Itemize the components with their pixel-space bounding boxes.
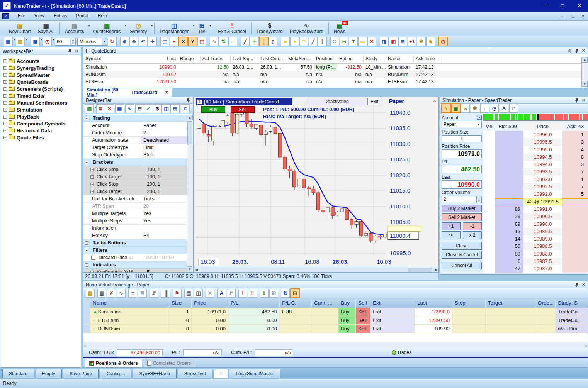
positions-chart-icon[interactable]: ▥	[98, 289, 106, 297]
column-block-icon[interactable]: ▐	[161, 289, 170, 297]
me-cell[interactable]	[483, 183, 495, 190]
chart-line-icon[interactable]: ∿	[210, 37, 218, 46]
quoteboard-row-ftsesim[interactable]: FTSEsim12091.50n/an/an/an/an/an/an/aFTSE…	[83, 78, 588, 86]
designer-chart-icon[interactable]: ▨	[85, 105, 93, 113]
property-value[interactable]: 200, 1	[144, 181, 187, 188]
section-tactic-buttons[interactable]: +Tactic Buttons	[83, 239, 187, 247]
cancel-one-icon[interactable]: !	[239, 289, 247, 297]
collapse-icon[interactable]: −	[85, 249, 88, 252]
ladder-bid-row[interactable]: 4710987.0	[483, 265, 588, 272]
ask-size-cell[interactable]: 4	[562, 146, 588, 153]
resize-icon[interactable]: ⇵	[150, 289, 158, 297]
bid-cell[interactable]	[495, 146, 523, 153]
cursor-info-icon[interactable]: I*	[227, 289, 235, 297]
scroll-up-icon[interactable]: ▲	[187, 115, 193, 120]
signal-marks-icon[interactable]: ∷	[331, 37, 339, 46]
property-automation-state[interactable]: Automation stateDeactivated	[83, 137, 187, 144]
column-header-range[interactable]: Range	[178, 54, 201, 63]
dropdown-arrow-icon[interactable]: ▾	[14, 38, 15, 41]
page-button-syn-se-nano[interactable]: Syn+SE+Nano	[133, 369, 176, 378]
add-row-icon[interactable]: ⊞	[270, 289, 278, 297]
position-row-bundsim[interactable]: ◦ BUNDsim00.000.00BuySellExit109.92n/a -…	[83, 325, 588, 333]
property-multiple-targets[interactable]: Multiple TargetsYes	[83, 210, 187, 217]
sell-button[interactable]: Sell	[356, 325, 370, 333]
tab-close-icon[interactable]: ✕	[165, 90, 168, 95]
scroll-down-icon[interactable]: ▼	[582, 81, 588, 87]
pin-icon[interactable]	[68, 49, 72, 54]
bid-cell[interactable]	[495, 153, 523, 161]
ladder-display-icon[interactable]: ▣	[452, 104, 460, 112]
close-icon[interactable]: ✕	[582, 48, 585, 53]
flash-icon[interactable]: ϟ	[442, 104, 450, 112]
expand-icon[interactable]: +	[3, 129, 7, 132]
collapse-icon[interactable]: +	[85, 241, 88, 245]
save-icon[interactable]: ▦	[4, 37, 12, 46]
column-header-exit[interactable]: Exit	[370, 298, 415, 308]
ask-size-cell[interactable]: 3	[562, 138, 588, 146]
property-value[interactable]: Stop	[141, 151, 187, 158]
bid-cell[interactable]	[495, 176, 523, 183]
buy-button[interactable]: Buy	[338, 308, 356, 316]
minus-one-button[interactable]: -1	[463, 222, 482, 230]
open-icon[interactable]: ▧	[16, 37, 24, 46]
pin-icon[interactable]	[575, 49, 579, 53]
table-icon[interactable]: ⊞	[171, 105, 179, 113]
tree-item-playback[interactable]: +PlayBack	[0, 113, 81, 120]
tree-item-compound-symbols[interactable]: +Compound Symbols	[0, 120, 81, 127]
column-header-name[interactable]: Name	[90, 298, 169, 308]
ladder-bid-row[interactable]: 5610988.5	[483, 242, 588, 250]
exit-button[interactable]: Exit	[367, 98, 381, 105]
book-icon[interactable]: ◫	[194, 289, 202, 297]
ask-size-cell[interactable]: 1	[562, 131, 588, 138]
plus-one-icon[interactable]: +1	[408, 37, 416, 46]
ladder-ask-row[interactable]: 10996.01	[483, 131, 588, 138]
property-multiple-stops[interactable]: Multiple StopsYes	[83, 217, 187, 225]
swap-scale-icon[interactable]: ◳	[198, 37, 206, 46]
property-kaufmann-s-ama[interactable]: +Kaufmann's AMA5	[83, 269, 187, 272]
column-header-metasen-[interactable]: MetaSen...	[286, 54, 314, 63]
me-cell[interactable]	[483, 131, 495, 138]
bid-cell[interactable]	[495, 198, 523, 205]
me-cell[interactable]	[483, 153, 495, 161]
menu-file[interactable]: File	[13, 12, 30, 20]
expand-icon[interactable]: +	[90, 271, 94, 273]
toolbar-button-new-chart[interactable]: ▤New Chart	[5, 21, 34, 36]
draw-trendline-icon[interactable]: ╱	[309, 37, 317, 46]
me-cell[interactable]	[483, 220, 495, 228]
kagi-style-icon[interactable]: ▯	[269, 37, 277, 46]
me-cell[interactable]	[483, 213, 495, 220]
ask-cell[interactable]	[562, 265, 588, 272]
positions-hscrollbar[interactable]: ‹ ›	[83, 342, 588, 348]
page-button-config-[interactable]: Config ...	[100, 369, 131, 378]
apply-period-icon[interactable]: ↻	[108, 37, 116, 46]
draw-parallel-icon[interactable]: ∥	[318, 37, 326, 46]
minimize-icon[interactable]: —	[537, 0, 554, 12]
tree-item-screeners-scripts-[interactable]: +Screeners (Scripts)	[0, 85, 81, 92]
property-value[interactable]: 20	[141, 203, 187, 210]
doc-restore-icon[interactable]: □	[568, 12, 578, 20]
expand-icon[interactable]: +	[3, 108, 7, 112]
quoteboard-scrollbar[interactable]: ▲ ▼	[581, 57, 588, 88]
document-tab[interactable]: Simulation [60 Min.] TradeGuard ✕	[83, 88, 172, 97]
dropdown-arrow-icon[interactable]: ▾	[210, 24, 211, 27]
toolbar-button-quoteboards[interactable]: ▦QuoteBoards	[90, 21, 124, 36]
toolbar-button-save-all[interactable]: ▦Save All	[34, 21, 58, 36]
cancel-all-button[interactable]: Cancel All	[442, 262, 482, 269]
property-value[interactable]: 100, 1	[144, 173, 187, 180]
me-cell[interactable]	[483, 228, 495, 235]
period-clock-icon[interactable]: ◴	[43, 37, 51, 46]
draw-text-icon[interactable]: T	[349, 37, 357, 46]
trend-icon[interactable]: ∿	[117, 289, 125, 297]
link-icon[interactable]: ∞	[433, 98, 436, 103]
expand-icon[interactable]: +	[197, 100, 202, 104]
scroll-right-icon[interactable]: ›	[585, 343, 587, 348]
column-header-p-l-c-[interactable]: P/L C.	[280, 298, 312, 308]
board-settings-icon[interactable]: ◎	[568, 48, 572, 53]
column-header-price[interactable]: Price	[192, 298, 228, 308]
interval-unit-select[interactable]: Minutes▼	[77, 38, 107, 46]
scroll-down-icon[interactable]: ▼	[187, 266, 192, 272]
menu-view[interactable]: View	[30, 12, 49, 20]
tree-item-synergytrading[interactable]: +SynergyTrading	[0, 64, 81, 71]
signal-note-icon[interactable]: ∺	[340, 37, 348, 46]
page-button-standard[interactable]: Standard	[2, 369, 34, 378]
